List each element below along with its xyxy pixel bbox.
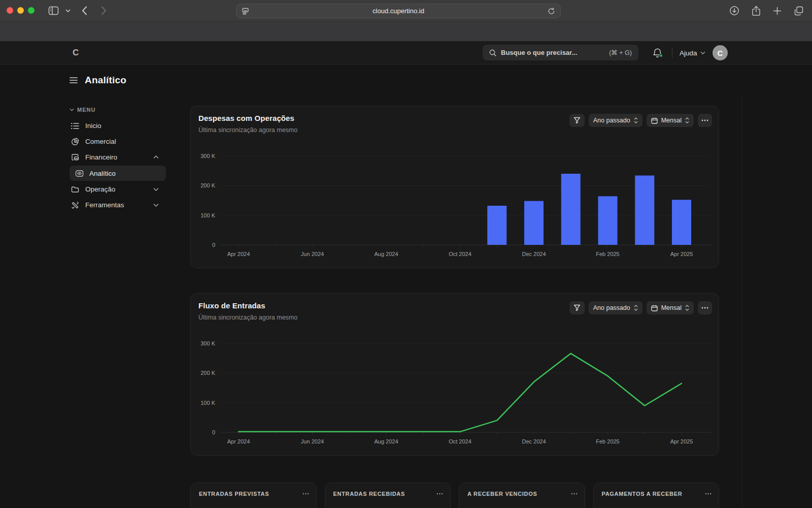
updown-chevrons-icon — [685, 305, 689, 311]
browser-band — [0, 21, 812, 41]
app-header: C Busque o que precisar... (⌘ + G) Ajuda… — [0, 41, 812, 65]
more-options-button[interactable] — [698, 114, 712, 127]
menu-section-label: MENU — [77, 107, 95, 113]
forward-button[interactable] — [101, 6, 107, 15]
updown-chevrons-icon — [685, 117, 689, 123]
funnel-icon — [573, 304, 581, 311]
tab-overview-icon[interactable] — [794, 6, 804, 16]
folder-icon — [71, 186, 80, 193]
svg-text:100 K: 100 K — [200, 212, 215, 218]
card-entradas-previstas: ENTRADAS PREVISTAS — [190, 483, 317, 508]
url-text: cloud.cupertino.id — [249, 7, 548, 15]
svg-text:0: 0 — [212, 242, 215, 248]
browser-chrome: cloud.cupertino.id — [0, 0, 812, 21]
svg-text:Jun 2024: Jun 2024 — [301, 251, 324, 257]
range-select-value: Ano passado — [593, 117, 630, 124]
sidebar-item-ferramentas[interactable]: Ferramentas — [70, 197, 166, 213]
more-options-button[interactable] — [302, 493, 309, 495]
svg-text:Aug 2024: Aug 2024 — [374, 251, 398, 257]
card-a-receber-vencidos: A RECEBER VENCIDOS — [459, 483, 585, 508]
scrollbar[interactable] — [742, 94, 742, 508]
page-title: Analítico — [85, 75, 126, 86]
line-chart-fluxo: 0100 K200 K300 KApr 2024Jun 2024Aug 2024… — [191, 338, 720, 456]
mini-card-title: ENTRADAS PREVISTAS — [199, 491, 269, 497]
search-placeholder: Busque o que precisar... — [501, 49, 604, 56]
sidebar-item-label: Comercial — [85, 138, 159, 145]
sidebar-item-comercial[interactable]: Comercial — [70, 134, 166, 149]
sidebar-item-label: Financeiro — [85, 153, 148, 161]
help-label: Ajuda — [680, 49, 697, 57]
svg-text:Apr 2025: Apr 2025 — [670, 438, 693, 444]
chevron-up-icon — [153, 155, 159, 159]
chevron-down-icon — [700, 51, 705, 54]
ellipsis-icon — [302, 493, 309, 495]
page-settings-icon[interactable] — [242, 7, 249, 15]
mini-card-title: PAGAMENTOS A RECEBER — [602, 491, 683, 497]
period-select-value: Mensal — [661, 304, 682, 311]
search-icon — [489, 49, 496, 56]
reload-icon[interactable] — [548, 7, 555, 15]
svg-text:Jun 2024: Jun 2024 — [301, 438, 324, 444]
svg-text:200 K: 200 K — [200, 182, 215, 188]
card-subtitle: Última sincronização agora mesmo — [198, 126, 297, 134]
minimize-window-button[interactable] — [17, 7, 24, 14]
sidebar-item-financeiro[interactable]: Financeiro — [70, 149, 166, 165]
search-shortcut: (⌘ + G) — [609, 49, 632, 56]
bottom-cards-row: ENTRADAS PREVISTAS ENTRADAS RECEBIDAS A … — [190, 483, 719, 508]
range-select[interactable]: Ano passado — [589, 114, 642, 127]
calendar-icon — [651, 117, 658, 124]
sidebar-item-operacao[interactable]: Operação — [70, 181, 166, 197]
share-icon[interactable] — [752, 6, 761, 16]
downloads-icon[interactable] — [729, 6, 739, 16]
sidebar-item-label: Operação — [85, 185, 148, 193]
search-input[interactable]: Busque o que precisar... (⌘ + G) — [483, 45, 638, 60]
mini-card-title: ENTRADAS RECEBIDAS — [333, 491, 405, 497]
svg-text:100 K: 100 K — [200, 400, 215, 406]
chevron-down-icon[interactable] — [65, 9, 71, 13]
sidebar-item-analitico[interactable]: Analítico — [70, 166, 166, 181]
card-pagamentos-a-receber: PAGAMENTOS A RECEBER — [593, 483, 720, 508]
svg-text:Apr 2025: Apr 2025 — [670, 251, 693, 257]
svg-text:0: 0 — [212, 429, 215, 435]
svg-text:Apr 2024: Apr 2024 — [227, 438, 250, 444]
card-fluxo-entradas: Fluxo de Entradas Última sincronização a… — [190, 293, 719, 456]
card-title: Fluxo de Entradas — [198, 301, 265, 310]
more-options-button[interactable] — [571, 493, 578, 495]
new-tab-icon[interactable] — [773, 7, 782, 15]
svg-text:200 K: 200 K — [200, 370, 215, 376]
more-options-button[interactable] — [705, 493, 712, 495]
address-bar[interactable]: cloud.cupertino.id — [236, 4, 561, 18]
card-subtitle: Última sincronização agora mesmo — [198, 314, 297, 321]
sidebar-toggle-icon[interactable] — [48, 6, 59, 16]
svg-text:Oct 2024: Oct 2024 — [449, 438, 471, 444]
updown-chevrons-icon — [634, 305, 638, 311]
close-window-button[interactable] — [7, 7, 13, 14]
svg-text:Dec 2024: Dec 2024 — [522, 251, 546, 257]
period-select[interactable]: Mensal — [647, 301, 694, 314]
menu-section-toggle[interactable]: MENU — [70, 106, 166, 114]
app-logo[interactable]: C — [73, 41, 79, 65]
hamburger-icon[interactable] — [70, 77, 78, 84]
period-select[interactable]: Mensal — [647, 114, 694, 127]
svg-text:Apr 2024: Apr 2024 — [227, 251, 250, 257]
back-button[interactable] — [82, 6, 87, 15]
more-options-button[interactable] — [436, 493, 443, 495]
ellipsis-icon — [701, 119, 708, 121]
zoom-window-button[interactable] — [28, 7, 35, 14]
card-title: Despesas com Operações — [198, 114, 294, 122]
filter-button[interactable] — [569, 114, 585, 127]
range-select[interactable]: Ano passado — [589, 301, 642, 314]
more-options-button[interactable] — [698, 301, 712, 314]
filter-button[interactable] — [569, 301, 585, 314]
sidebar-item-label: Ferramentas — [85, 201, 148, 209]
svg-text:Dec 2024: Dec 2024 — [522, 438, 546, 444]
pie-chart-icon — [71, 138, 80, 146]
sidebar-item-inicio[interactable]: Inicio — [70, 118, 166, 134]
bar-chart-despesas: 0100 K200 K300 KApr 2024Jun 2024Aug 2024… — [191, 151, 720, 269]
period-select-value: Mensal — [661, 117, 682, 124]
chevron-down-icon — [70, 108, 74, 111]
help-menu[interactable]: Ajuda — [680, 41, 705, 65]
notifications-button[interactable] — [653, 41, 662, 65]
header-divider — [672, 48, 672, 58]
avatar[interactable]: C — [713, 45, 728, 60]
